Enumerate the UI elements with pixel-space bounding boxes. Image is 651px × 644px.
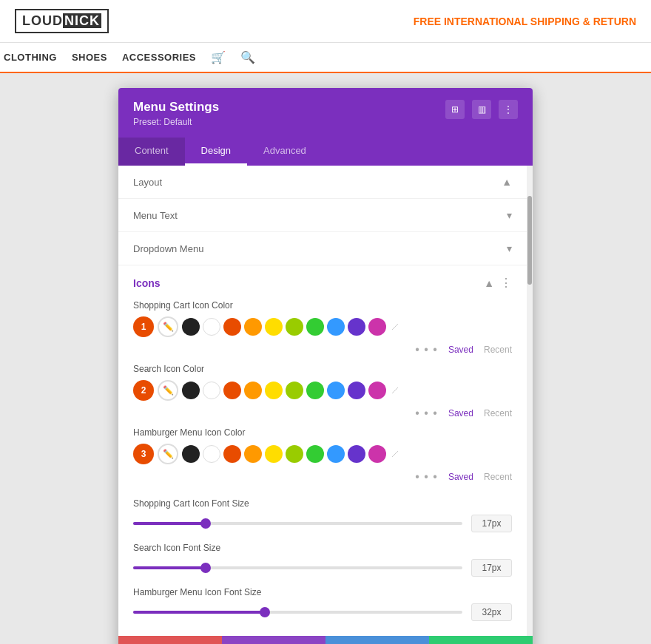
swatch-orange-1[interactable] — [223, 318, 241, 336]
tab-content[interactable]: Content — [118, 138, 185, 166]
swatch-orange-2[interactable] — [223, 382, 241, 399]
hamburger-eyedropper[interactable]: ✏️ — [158, 444, 178, 464]
swatch-blue-2[interactable] — [327, 382, 345, 399]
swatch-lime-3[interactable] — [286, 445, 303, 463]
swatch-purple-1[interactable] — [348, 318, 365, 336]
more-options-button[interactable]: ⋮ — [499, 100, 518, 119]
swatch-yellow-1[interactable] — [265, 318, 283, 336]
nav-bar: CLOTHING SHOES ACCESSORIES 🛒 🔍 — [0, 43, 651, 73]
undo-button[interactable]: ↩ — [222, 636, 326, 644]
swatch-green-2[interactable] — [306, 382, 324, 399]
shopping-cart-dots[interactable]: • • • — [415, 343, 438, 356]
cart-font-size-label: Shopping Cart Icon Font Size — [133, 498, 512, 509]
search-color-group: Search Icon Color 2 ✏️ — [133, 364, 512, 427]
search-eyedropper[interactable]: ✏️ — [158, 380, 178, 401]
section-layout-title: Layout — [133, 177, 162, 188]
swatch-pink-2[interactable] — [368, 382, 386, 399]
hamburger-badge[interactable]: 3 — [133, 444, 154, 464]
swatch-lime-1[interactable] — [286, 318, 303, 336]
hamburger-recent[interactable]: Recent — [484, 472, 512, 482]
nav-item-clothing[interactable]: CLOTHING — [4, 52, 57, 63]
cancel-button[interactable]: ✕ — [118, 636, 222, 644]
swatch-purple-3[interactable] — [348, 445, 365, 463]
swatch-lime-2[interactable] — [286, 382, 303, 399]
confirm-button[interactable]: ✓ — [429, 636, 533, 644]
nav-item-accessories[interactable]: ACCESSORIES — [122, 52, 196, 63]
modal-body: Layout ▲ Menu Text ▾ Dropdown Menu ▾ Ico… — [118, 166, 527, 636]
top-bar: LOUDNICK FREE INTERNATIONAL SHIPPING & R… — [0, 0, 651, 43]
tab-advanced[interactable]: Advanced — [247, 138, 323, 166]
swatch-amber-1[interactable] — [244, 318, 262, 336]
logo[interactable]: LOUDNICK — [15, 9, 109, 33]
font-size-section: Shopping Cart Icon Font Size 17px Search… — [118, 491, 527, 636]
shopping-cart-color-group: Shopping Cart Icon Color 1 ✏️ — [133, 300, 512, 364]
redo-button[interactable]: ↪ — [326, 636, 429, 644]
cart-font-size-value[interactable]: 17px — [471, 515, 512, 532]
hamburger-saved[interactable]: Saved — [448, 472, 473, 482]
nav-item-shoes[interactable]: SHOES — [72, 52, 107, 63]
modal-preset[interactable]: Preset: Default — [133, 117, 219, 127]
search-saved[interactable]: Saved — [448, 408, 473, 418]
swatch-slash-3[interactable]: ⟋ — [389, 447, 401, 461]
search-font-size-slider[interactable] — [133, 566, 462, 569]
scrollbar-track[interactable] — [527, 166, 533, 636]
cart-font-size-slider[interactable] — [133, 522, 462, 525]
swatch-yellow-3[interactable] — [265, 445, 283, 463]
search-font-size-label: Search Icon Font Size — [133, 543, 512, 553]
section-dropdown-menu[interactable]: Dropdown Menu ▾ — [118, 232, 527, 265]
shopping-cart-badge[interactable]: 1 — [133, 316, 154, 337]
swatch-white-3[interactable] — [203, 445, 220, 463]
shopping-cart-recent[interactable]: Recent — [484, 345, 512, 355]
search-recent[interactable]: Recent — [484, 408, 512, 418]
fullscreen-button[interactable]: ⊞ — [445, 100, 465, 119]
shipping-free: FREE — [414, 16, 441, 27]
swatch-black-3[interactable] — [182, 445, 200, 463]
section-menu-text[interactable]: Menu Text ▾ — [118, 199, 527, 232]
hamburger-color-label: Hamburger Menu Icon Color — [133, 427, 512, 438]
icons-collapse-btn[interactable]: ▲ — [484, 277, 494, 289]
swatch-white-2[interactable] — [203, 382, 220, 399]
icons-section-title: Icons — [133, 277, 161, 289]
hamburger-font-size-slider-row: 32px — [133, 603, 512, 621]
swatch-black-2[interactable] — [182, 382, 200, 399]
swatch-green-1[interactable] — [306, 318, 324, 336]
shopping-cart-meta: • • • Saved Recent — [133, 340, 512, 364]
shopping-cart-saved[interactable]: Saved — [448, 345, 473, 355]
search-slider-thumb[interactable] — [200, 563, 211, 573]
scrollbar-thumb[interactable] — [527, 196, 532, 285]
swatch-slash-2[interactable]: ⟋ — [389, 384, 401, 397]
section-layout[interactable]: Layout ▲ — [118, 166, 527, 199]
swatch-pink-3[interactable] — [368, 445, 386, 463]
search-dots[interactable]: • • • — [415, 407, 438, 420]
search-font-size-value[interactable]: 17px — [471, 559, 512, 577]
swatch-amber-2[interactable] — [244, 382, 262, 399]
swatch-amber-3[interactable] — [244, 445, 262, 463]
swatch-blue-3[interactable] — [327, 445, 345, 463]
swatch-blue-1[interactable] — [327, 318, 345, 336]
icons-section: Icons ▲ ⋮ Shopping Cart Icon Color 1 ✏️ — [118, 265, 527, 491]
swatch-purple-2[interactable] — [348, 382, 365, 399]
cart-icon[interactable]: 🛒 — [211, 50, 226, 64]
hamburger-font-size-value[interactable]: 32px — [471, 603, 512, 621]
icons-more-btn[interactable]: ⋮ — [500, 276, 512, 290]
icons-header: Icons ▲ ⋮ — [133, 276, 512, 290]
icons-header-actions: ▲ ⋮ — [484, 276, 512, 290]
shopping-cart-eyedropper[interactable]: ✏️ — [158, 316, 178, 337]
search-icon[interactable]: 🔍 — [240, 50, 255, 64]
section-dropdown-menu-arrow: ▾ — [507, 243, 512, 254]
swatch-white-1[interactable] — [203, 318, 220, 336]
hamburger-dots[interactable]: • • • — [415, 470, 438, 484]
swatch-black-1[interactable] — [182, 318, 200, 336]
swatch-green-3[interactable] — [306, 445, 324, 463]
swatch-slash-1[interactable]: ⟋ — [389, 320, 401, 333]
swatch-pink-1[interactable] — [368, 318, 386, 336]
swatch-orange-3[interactable] — [223, 445, 241, 463]
swatch-yellow-2[interactable] — [265, 382, 283, 399]
split-button[interactable]: ▥ — [472, 100, 491, 119]
tab-design[interactable]: Design — [185, 138, 247, 166]
hamburger-font-size-slider[interactable] — [133, 611, 462, 614]
cart-slider-thumb[interactable] — [200, 518, 211, 529]
hamburger-slider-thumb[interactable] — [260, 607, 270, 617]
search-badge[interactable]: 2 — [133, 380, 154, 401]
modal-actions: ⊞ ▥ ⋮ — [445, 100, 518, 119]
